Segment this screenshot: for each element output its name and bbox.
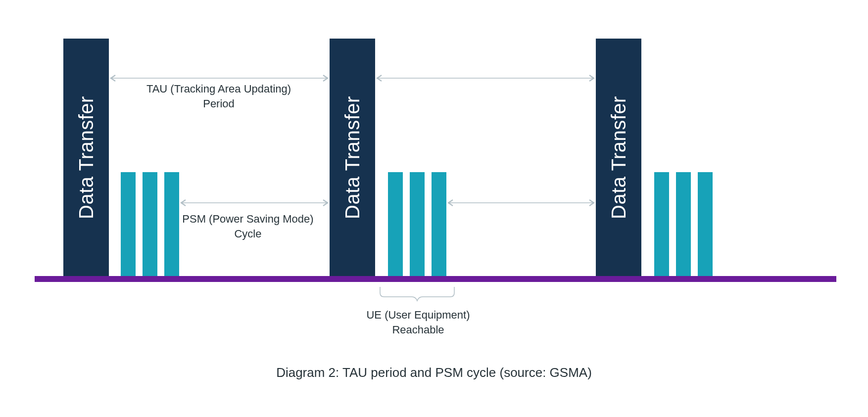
psm-cycle-label-line1: PSM (Power Saving Mode) — [182, 213, 313, 225]
ue-reachable-label: UE (User Equipment) Reachable — [346, 308, 490, 337]
psm-cycle-label: PSM (Power Saving Mode) Cycle — [171, 212, 325, 241]
ue-reachable-label-line1: UE (User Equipment) — [366, 309, 470, 321]
diagram-caption: Diagram 2: TAU period and PSM cycle (sou… — [0, 365, 868, 380]
tau-period-label-line2: Period — [203, 97, 235, 110]
ue-reachable-brace — [380, 287, 454, 301]
data-transfer-bar-3: Data Transfer — [596, 39, 641, 276]
timeline-baseline — [35, 276, 836, 282]
data-transfer-bar-1: Data Transfer — [63, 39, 109, 276]
diagram-canvas: Data Transfer Data Transfer Data Transfe… — [0, 0, 868, 417]
data-transfer-bar-2: Data Transfer — [330, 39, 375, 276]
ue-reachable-pulse — [143, 172, 157, 276]
ue-reachable-label-line2: Reachable — [392, 324, 444, 336]
ue-reachable-pulse — [388, 172, 403, 276]
ue-reachable-pulse — [121, 172, 136, 276]
ue-reachable-pulse — [654, 172, 669, 276]
tau-period-label-line1: TAU (Tracking Area Updating) — [146, 83, 291, 95]
data-transfer-label-2: Data Transfer — [341, 96, 364, 219]
data-transfer-label-1: Data Transfer — [75, 96, 97, 219]
psm-cycle-label-line2: Cycle — [234, 228, 261, 240]
ue-reachable-pulse — [410, 172, 425, 276]
ue-reachable-pulse — [698, 172, 713, 276]
ue-reachable-pulse — [432, 172, 446, 276]
data-transfer-label-3: Data Transfer — [608, 96, 630, 219]
ue-reachable-pulse — [676, 172, 691, 276]
tau-period-label: TAU (Tracking Area Updating) Period — [125, 82, 313, 111]
